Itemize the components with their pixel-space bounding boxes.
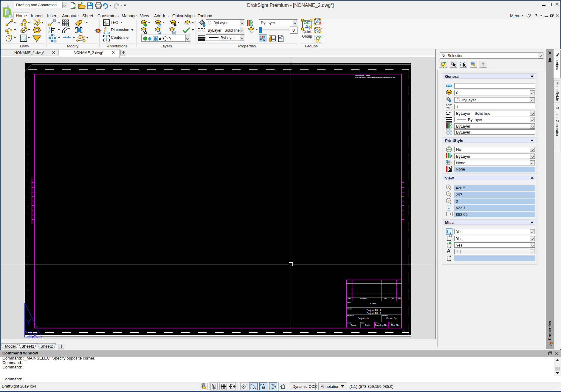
svg-text:0: 0: [168, 37, 171, 41]
svg-text:Z: Z: [450, 202, 451, 204]
svg-text:X: X: [450, 188, 452, 191]
svg-text:Sheet2: Sheet2: [41, 344, 53, 348]
svg-text:Sheet1: Sheet1: [21, 344, 34, 348]
svg-text:A: A: [449, 255, 451, 258]
svg-text:Model: Model: [5, 344, 16, 348]
svg-text:E: E: [260, 384, 262, 387]
svg-text:0.0: 0.0: [449, 235, 452, 237]
svg-text:Y: Y: [450, 195, 452, 198]
svg-text:s: s: [8, 13, 11, 18]
svg-text:E: E: [250, 384, 252, 387]
svg-text:A: A: [263, 38, 265, 41]
svg-text:A: A: [104, 21, 106, 24]
svg-text:A: A: [551, 344, 553, 347]
